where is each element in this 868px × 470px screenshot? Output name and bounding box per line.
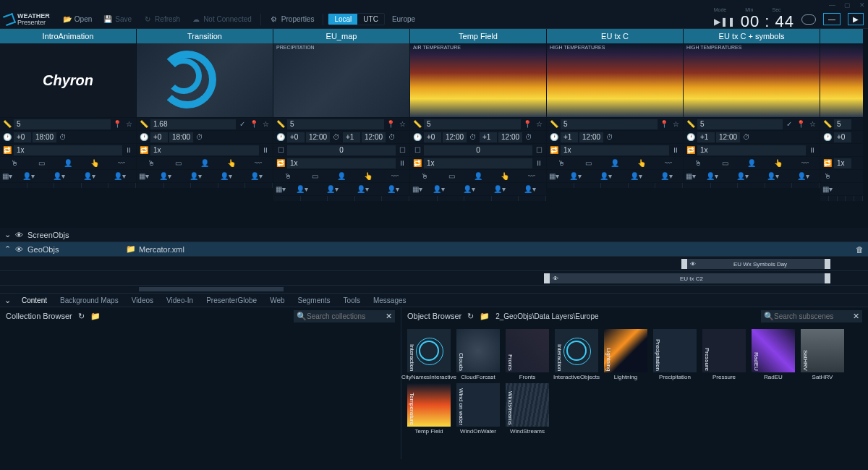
tool-icon[interactable]: 〰 <box>792 158 817 168</box>
stopwatch-icon[interactable]: ⏱ <box>524 132 534 142</box>
stopwatch-icon[interactable]: ⏱ <box>605 132 615 142</box>
star-icon[interactable]: ☆ <box>260 119 271 129</box>
scene-title[interactable]: Temp Field <box>410 29 546 43</box>
tool-icon[interactable]: 🖱 <box>139 158 164 168</box>
person-dropdown[interactable]: 👤▾ <box>150 171 179 181</box>
checkbox[interactable]: ☐ <box>276 145 286 155</box>
person-dropdown[interactable]: 👤▾ <box>75 171 103 181</box>
micro-timeline[interactable] <box>547 182 683 188</box>
track-clip-2[interactable]: 👁 EU tx C2 <box>0 271 868 286</box>
person-dropdown[interactable]: 👤▾ <box>211 171 240 181</box>
tool-icon[interactable]: 👤 <box>739 158 765 168</box>
cloud-sync-icon[interactable] <box>801 14 816 25</box>
offset-field[interactable]: +0 <box>14 132 31 142</box>
person-dropdown[interactable]: 👤▾ <box>621 171 650 181</box>
star-icon[interactable]: ☆ <box>671 119 681 129</box>
tool-icon[interactable]: 👤 <box>56 158 81 168</box>
layout-icon[interactable]: ▦▾ <box>139 171 149 181</box>
person-dropdown[interactable]: 👤▾ <box>287 184 316 195</box>
scene-card[interactable]: EU tx CHIGH TEMPERATURES📏5📍☆🕐+112:00⏱🔁1x… <box>547 29 684 228</box>
object-item[interactable]: LightningLightning <box>603 329 649 380</box>
object-thumbnail[interactable]: RadEU <box>752 329 795 372</box>
tab-segments[interactable]: Segments <box>292 295 336 306</box>
time-field[interactable]: 12:00 <box>362 132 386 142</box>
object-item[interactable]: InteractionCityNamesInteractive <box>406 329 452 380</box>
tab-background-maps[interactable]: Background Maps <box>54 295 124 306</box>
object-item[interactable]: FrontsFronts <box>504 329 550 380</box>
tool-icon[interactable]: 〰 <box>109 158 134 168</box>
object-thumbnail[interactable]: Precipitation <box>653 329 697 372</box>
offset-field[interactable]: +0 <box>287 132 305 142</box>
scene-thumbnail[interactable]: HIGH TEMPERATURES <box>684 43 820 117</box>
person-dropdown[interactable]: 👤▾ <box>561 171 590 181</box>
object-thumbnail[interactable]: SatHRV <box>801 329 844 372</box>
stopwatch-icon[interactable]: ⏱ <box>195 132 205 142</box>
tab-web[interactable]: Web <box>264 295 290 306</box>
checkbox[interactable]: ☐ <box>412 145 422 155</box>
pause-icon[interactable]: ⏸ <box>807 145 817 155</box>
loop-icon[interactable]: 🔁 <box>2 145 12 155</box>
object-thumbnail[interactable]: Windstreams <box>506 383 549 427</box>
step-fwd-button[interactable]: ▶ <box>848 13 864 25</box>
folder-icon[interactable]: 📁 <box>480 312 490 321</box>
loop-icon[interactable]: 🔁 <box>686 145 696 155</box>
chevron-down-icon[interactable]: ⌄ <box>4 296 14 305</box>
tool-icon[interactable]: 〰 <box>245 158 271 168</box>
refresh-icon[interactable]: ↻ <box>78 312 85 321</box>
tab-messages[interactable]: Messages <box>367 295 412 306</box>
tool-icon[interactable]: 👤 <box>192 158 218 168</box>
search-input[interactable] <box>774 312 853 320</box>
scene-card[interactable]: IntroAnimationChyron📏5📍☆🕐+018:00⏱🔁1x⏸🖱▭👤… <box>0 29 137 228</box>
tool-icon[interactable]: ▭ <box>439 171 464 181</box>
person-dropdown[interactable]: 👤▾ <box>728 171 757 181</box>
pin-icon[interactable]: 📍 <box>796 119 806 129</box>
step-back-button[interactable]: — <box>823 13 841 25</box>
scene-title[interactable]: EU tx C <box>547 29 683 43</box>
object-item[interactable]: Wind on waterWindOnWater <box>455 383 501 435</box>
scene-thumbnail[interactable] <box>137 43 273 117</box>
pause-icon[interactable]: ⏸ <box>397 158 407 168</box>
person-dropdown[interactable]: 👤▾ <box>485 184 514 195</box>
object-item[interactable]: TemperatureTemp Field <box>406 383 452 435</box>
speed-field[interactable]: 1x <box>14 145 122 155</box>
check-icon[interactable]: ✓ <box>784 119 794 129</box>
tool-icon[interactable]: 〰 <box>382 171 407 181</box>
tool-icon[interactable]: 🖱 <box>412 171 438 181</box>
refresh-button[interactable]: ↻Refresh <box>139 14 184 25</box>
tool-icon[interactable]: 🖱 <box>276 171 301 181</box>
save-button[interactable]: 💾Save <box>99 14 136 25</box>
person-dropdown[interactable]: 👤▾ <box>181 171 210 181</box>
tool-icon[interactable]: 👆 <box>82 158 107 168</box>
micro-timeline[interactable] <box>273 195 409 201</box>
star-icon[interactable]: ☆ <box>397 119 407 129</box>
scene-thumbnail[interactable]: HIGH TEMPERATURES <box>547 43 683 117</box>
offset-field[interactable]: +1 <box>697 132 715 142</box>
pin-icon[interactable]: 📍 <box>112 119 122 129</box>
stopwatch-icon[interactable]: ⏱ <box>331 132 341 142</box>
time-field[interactable]: 12:00 <box>443 132 467 142</box>
tab-tools[interactable]: Tools <box>338 295 366 306</box>
tool-icon[interactable]: 👤 <box>466 171 491 181</box>
stopwatch-icon[interactable]: ⏱ <box>741 132 752 142</box>
tool-icon[interactable]: 👆 <box>765 158 791 168</box>
value-field[interactable]: 0 <box>287 145 396 155</box>
speed-field[interactable]: 1x <box>697 145 806 155</box>
clear-icon[interactable]: ✕ <box>853 312 859 321</box>
object-item[interactable]: WindstreamsWindStreams <box>504 383 550 435</box>
chevron-down-icon[interactable]: ⌄ <box>4 230 11 239</box>
loop-icon[interactable]: 🔁 <box>549 145 559 155</box>
person-dropdown[interactable]: 👤▾ <box>424 184 453 195</box>
object-thumbnail[interactable]: Clouds <box>456 329 500 372</box>
person-dropdown[interactable]: 👤▾ <box>44 171 73 181</box>
track-geoobjs[interactable]: ⌃ 👁 GeoObjs 📁 Mercator.xml 🗑 <box>0 242 868 257</box>
clip-handle-left[interactable] <box>681 259 687 269</box>
time-field[interactable]: 12:00 <box>306 132 330 142</box>
pause-icon[interactable]: ⏸ <box>534 158 544 168</box>
tool-icon[interactable]: ▭ <box>576 158 601 168</box>
time-field[interactable]: 12:00 <box>498 132 522 142</box>
tool-icon[interactable]: 👆 <box>629 158 654 168</box>
search-field[interactable]: 🔍 ✕ <box>294 310 395 322</box>
pause-icon[interactable]: ⏸ <box>124 145 134 155</box>
eye-icon[interactable]: 👁 <box>15 231 23 239</box>
time-field[interactable]: 18:00 <box>169 132 193 142</box>
